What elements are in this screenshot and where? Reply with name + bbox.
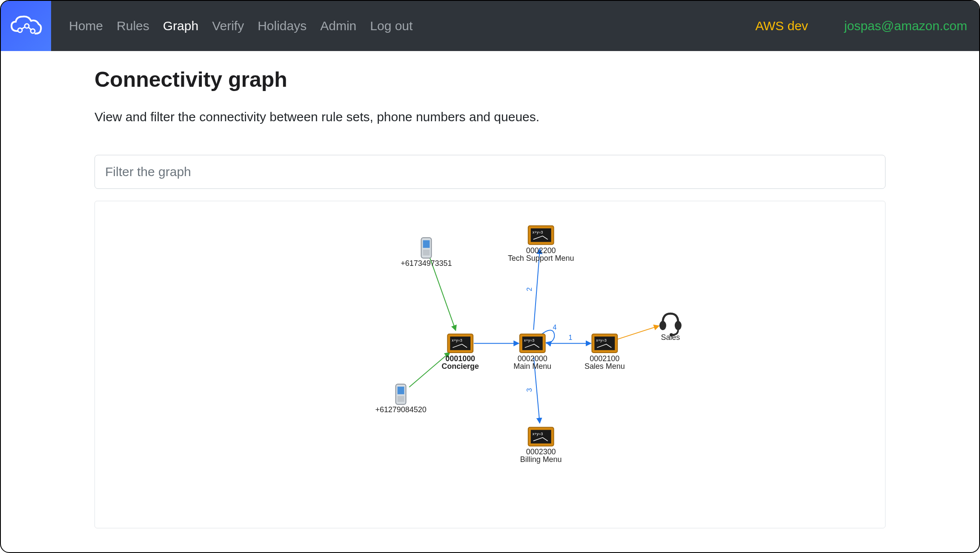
nav-holidays[interactable]: Holidays <box>258 19 307 33</box>
app-frame: Home Rules Graph Verify Holidays Admin L… <box>0 0 980 553</box>
graph-canvas[interactable]: 1234 +61734973351+61279084520x+y=3000100… <box>95 201 885 528</box>
svg-point-1 <box>25 24 29 28</box>
app-logo[interactable] <box>1 1 51 51</box>
svg-rect-7 <box>423 250 430 256</box>
environment-label: AWS dev <box>755 19 808 33</box>
nav-admin[interactable]: Admin <box>320 19 356 33</box>
svg-text:x+y=3: x+y=3 <box>596 338 606 342</box>
nav-links: Home Rules Graph Verify Holidays Admin L… <box>69 19 413 33</box>
nav-logout[interactable]: Log out <box>370 19 413 33</box>
svg-line-3 <box>22 27 25 29</box>
phone-node-icon[interactable] <box>421 238 431 258</box>
edge-label: 3 <box>526 388 533 392</box>
edge-label: 1 <box>569 334 573 341</box>
svg-rect-10 <box>398 396 404 402</box>
node-label: Concierge <box>441 362 479 371</box>
graph-edge <box>618 326 659 339</box>
svg-rect-9 <box>398 387 404 394</box>
page-title: Connectivity graph <box>95 67 885 92</box>
nav-rules[interactable]: Rules <box>117 19 149 33</box>
node-label: +61279084520 <box>375 405 426 414</box>
user-email[interactable]: jospas@amazon.com <box>844 19 967 33</box>
ruleset-node-icon[interactable]: x+y=3 <box>528 428 554 446</box>
svg-point-27 <box>675 321 682 330</box>
nav-verify[interactable]: Verify <box>212 19 244 33</box>
node-label: Sales Menu <box>585 362 625 371</box>
page-content: Connectivity graph View and filter the c… <box>1 51 979 528</box>
ruleset-node-icon[interactable]: x+y=3 <box>447 334 473 353</box>
top-navbar: Home Rules Graph Verify Holidays Admin L… <box>1 1 979 51</box>
svg-point-26 <box>659 321 666 330</box>
cloud-graph-icon <box>9 13 43 39</box>
svg-text:x+y=3: x+y=3 <box>524 338 534 342</box>
nav-graph[interactable]: Graph <box>163 19 198 33</box>
svg-text:x+y=3: x+y=3 <box>533 432 543 436</box>
edge-label: 4 <box>553 324 557 331</box>
phone-node-icon[interactable] <box>396 384 406 405</box>
ruleset-node-icon[interactable]: x+y=3 <box>520 334 545 353</box>
page-description: View and filter the connectivity between… <box>95 110 885 124</box>
ruleset-node-icon[interactable]: x+y=3 <box>592 334 617 353</box>
ruleset-node-icon[interactable]: x+y=3 <box>528 226 554 245</box>
node-label: Billing Menu <box>520 455 562 464</box>
svg-line-4 <box>29 27 31 30</box>
svg-text:x+y=3: x+y=3 <box>533 230 543 234</box>
edge-label: 2 <box>526 287 533 291</box>
node-label: Sales <box>661 333 680 342</box>
node-label: +61734973351 <box>401 259 452 268</box>
filter-input[interactable] <box>95 155 885 189</box>
node-label: Main Menu <box>513 362 551 371</box>
svg-point-0 <box>18 28 22 32</box>
svg-rect-6 <box>423 240 430 248</box>
node-label: Tech Support Menu <box>508 254 574 262</box>
graph-edge <box>430 258 456 331</box>
nav-home[interactable]: Home <box>69 19 103 33</box>
connectivity-graph-svg: 1234 +61734973351+61279084520x+y=3000100… <box>95 201 885 528</box>
svg-text:x+y=3: x+y=3 <box>452 338 462 342</box>
